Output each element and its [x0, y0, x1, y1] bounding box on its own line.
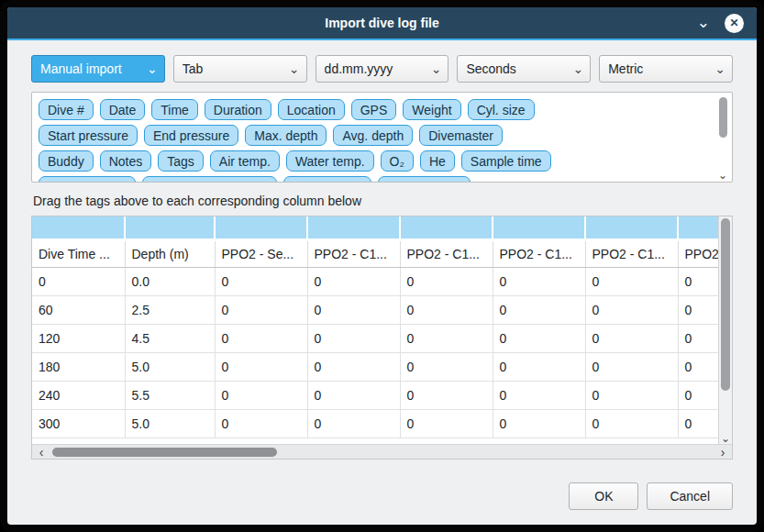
- tag-pool-vertical-scrollbar[interactable]: ⌄: [716, 95, 729, 179]
- column-drop-target[interactable]: [307, 216, 400, 239]
- scrollbar-thumb[interactable]: [721, 218, 730, 391]
- ok-button[interactable]: OK: [569, 482, 638, 510]
- tag-row: Dive # Date Time Duration Location GPS W…: [39, 99, 710, 120]
- table-cell: 0: [493, 324, 585, 352]
- window-frame: Import dive log file ⌄ ✕ Manual import ⌄…: [0, 0, 764, 532]
- table-cell: 0: [585, 295, 678, 324]
- table-cell: 5.5: [125, 381, 215, 409]
- drag-tag[interactable]: Sample CNS: [378, 176, 471, 183]
- drag-tag[interactable]: Weight: [403, 99, 460, 120]
- close-button[interactable]: ✕: [725, 14, 744, 33]
- table-cell: 0: [678, 295, 718, 324]
- table-clip-area: Dive Time ... Depth (m) PPO2 - Se... PPO…: [32, 216, 718, 444]
- column-drop-target[interactable]: [215, 216, 307, 239]
- scrollbar-thumb[interactable]: [719, 97, 727, 138]
- column-drop-target[interactable]: [678, 216, 718, 239]
- date-format-select[interactable]: dd.mm.yyyy ⌄: [316, 55, 449, 83]
- drag-tag[interactable]: Cyl. size: [468, 99, 535, 120]
- table-cell: 0: [493, 409, 585, 438]
- field-separator-select[interactable]: Tab ⌄: [173, 55, 307, 83]
- table-cell: 5.0: [125, 409, 215, 438]
- table-cell: 0: [678, 267, 718, 295]
- header-row: Dive Time ... Depth (m) PPO2 - Se... PPO…: [32, 239, 718, 267]
- units-select[interactable]: Metric ⌄: [599, 55, 733, 83]
- tag-row: Start pressure End pressure Max. depth A…: [39, 125, 710, 146]
- scroll-down-icon[interactable]: ⌄: [719, 434, 732, 443]
- drag-tag[interactable]: Duration: [205, 99, 271, 120]
- drag-tag[interactable]: Water temp.: [286, 150, 374, 172]
- drag-tag[interactable]: Start pressure: [39, 125, 138, 146]
- table-cell: 0: [215, 267, 307, 295]
- drag-tag[interactable]: Date: [100, 99, 146, 120]
- tag-row: Sample depth Sample temperature Sample p…: [39, 176, 710, 183]
- column-drop-target[interactable]: [493, 216, 585, 239]
- table-cell: 0: [585, 381, 678, 409]
- chevron-down-icon: ⌄: [714, 65, 725, 72]
- drag-tag[interactable]: Divemaster: [419, 125, 503, 146]
- drag-tag[interactable]: End pressure: [144, 125, 238, 146]
- table-horizontal-scrollbar[interactable]: ‹ ›: [32, 444, 732, 459]
- drag-tag[interactable]: Avg. depth: [333, 125, 413, 146]
- table-cell: 240: [32, 381, 125, 409]
- column-header: Depth (m): [125, 239, 215, 267]
- table-vertical-scrollbar[interactable]: ⌄: [718, 216, 732, 444]
- table-cell: 0: [215, 352, 307, 381]
- table-cell: 60: [32, 295, 125, 324]
- combo-value: Metric: [608, 61, 710, 76]
- tag-pool: Dive # Date Time Duration Location GPS W…: [31, 92, 733, 183]
- scroll-right-icon[interactable]: ›: [717, 447, 728, 458]
- table-cell: 0: [400, 352, 493, 381]
- drag-tag[interactable]: Tags: [158, 150, 204, 172]
- table-cell: 0: [585, 352, 678, 381]
- import-type-select[interactable]: Manual import ⌄: [31, 55, 165, 83]
- drag-tag[interactable]: Buddy: [39, 150, 94, 172]
- chevron-down-icon: ⌄: [147, 65, 158, 72]
- table-cell: 120: [32, 324, 125, 352]
- table-cell: 4.5: [125, 324, 215, 352]
- column-drop-target[interactable]: [125, 216, 215, 239]
- cancel-button[interactable]: Cancel: [647, 482, 733, 510]
- chevron-down-icon[interactable]: ⌄: [697, 18, 710, 28]
- close-icon: ✕: [729, 17, 738, 29]
- titlebar-icons: ⌄ ✕: [697, 14, 757, 33]
- duration-format-select[interactable]: Seconds ⌄: [457, 55, 591, 83]
- table-cell: 0: [678, 324, 718, 352]
- table-cell: 0: [585, 409, 678, 438]
- titlebar[interactable]: Import dive log file ⌄ ✕: [7, 7, 757, 39]
- table-cell: 0: [400, 381, 493, 409]
- tag-row: Buddy Notes Tags Air temp. Water temp. O…: [39, 150, 710, 172]
- table-cell: 0: [493, 381, 585, 409]
- table-cell: 0: [32, 267, 125, 295]
- scrollbar-thumb[interactable]: [52, 448, 277, 457]
- table-cell: 180: [32, 352, 125, 381]
- drag-tag[interactable]: Sample time: [461, 150, 551, 172]
- drag-tag[interactable]: Dive #: [39, 99, 94, 120]
- column-header: Dive Time ...: [32, 239, 125, 267]
- column-drop-target[interactable]: [585, 216, 678, 239]
- column-header: PPO2: [678, 239, 718, 267]
- table-row: 0 0.0 0 0 0 0 0 0: [32, 267, 718, 295]
- table-row: 60 2.5 0 0 0 0 0 0: [32, 295, 718, 324]
- drag-tag[interactable]: GPS: [351, 99, 397, 120]
- scroll-left-icon[interactable]: ‹: [36, 447, 47, 458]
- dialog-content: Manual import ⌄ Tab ⌄ dd.mm.yyyy ⌄ Secon…: [7, 40, 757, 525]
- table-cell: 300: [32, 409, 125, 438]
- table-cell: 0: [307, 381, 400, 409]
- drag-tag[interactable]: Air temp.: [210, 150, 280, 172]
- drag-tag[interactable]: Sample depth: [39, 176, 136, 183]
- column-drop-target[interactable]: [400, 216, 493, 239]
- drag-tag[interactable]: He: [420, 150, 455, 172]
- scroll-down-icon[interactable]: ⌄: [718, 172, 727, 179]
- drag-tag[interactable]: O₂: [381, 150, 414, 172]
- table-cell: 0: [585, 324, 678, 352]
- drag-tag[interactable]: Notes: [100, 150, 152, 172]
- table-cell: 0: [307, 409, 400, 438]
- drag-tag[interactable]: Location: [278, 99, 345, 120]
- drag-instruction-label: Drag the tags above to each correspondin…: [33, 194, 731, 208]
- column-header: PPO2 - C1...: [307, 239, 400, 267]
- drag-tag[interactable]: Sample pO₂: [283, 176, 371, 183]
- drag-tag[interactable]: Sample temperature: [142, 176, 277, 183]
- column-drop-target[interactable]: [32, 216, 125, 239]
- drag-tag[interactable]: Max. depth: [245, 125, 327, 146]
- drag-tag[interactable]: Time: [151, 99, 198, 120]
